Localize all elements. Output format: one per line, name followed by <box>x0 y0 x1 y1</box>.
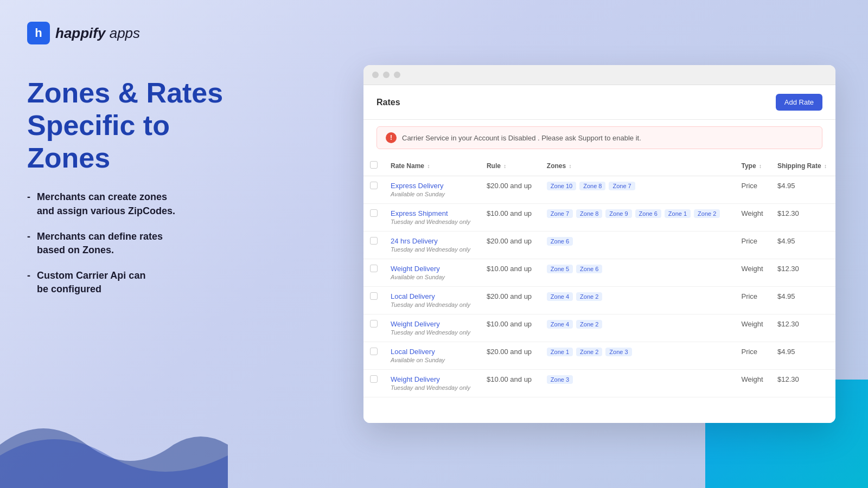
row-checkbox-2[interactable] <box>370 237 378 245</box>
shipping-rate-cell: $12.30 <box>771 204 835 232</box>
zone-badge[interactable]: Zone 6 <box>635 209 661 218</box>
th-checkbox <box>363 156 384 176</box>
zone-badge[interactable]: Zone 2 <box>576 348 602 356</box>
table-row: Local DeliveryAvailable on Sunday$20.00 … <box>363 342 835 370</box>
header-checkbox[interactable] <box>370 161 378 169</box>
row-checkbox-5[interactable] <box>370 320 378 328</box>
alert-icon: ! <box>386 132 397 143</box>
zones-cell: Zone 6 <box>540 232 735 259</box>
rate-name-cell: Local DeliveryAvailable on Sunday <box>384 342 480 370</box>
rule-cell: $10.00 and up <box>480 204 540 232</box>
zone-badge[interactable]: Zone 1 <box>547 348 573 356</box>
zone-badge[interactable]: Zone 2 <box>576 292 602 301</box>
rate-name-cell: Express ShipmentTuesday and Wednesday on… <box>384 204 480 232</box>
zone-badge[interactable]: Zone 2 <box>694 209 720 218</box>
row-checkbox-cell <box>363 176 384 204</box>
row-checkbox-7[interactable] <box>370 375 378 383</box>
sort-icon-name: ↕ <box>427 163 430 169</box>
rate-sub-text: Available on Sunday <box>391 191 445 197</box>
zones-cell: Zone 10Zone 8Zone 7 <box>540 176 735 204</box>
table-row: Weight DeliveryAvailable on Sunday$10.00… <box>363 259 835 287</box>
add-rate-button[interactable]: Add Rate <box>776 94 822 111</box>
feature-list: Merchants can create zonesand assign var… <box>27 190 244 296</box>
sort-icon-rule: ↕ <box>503 163 506 169</box>
type-cell: Price <box>735 342 770 370</box>
row-checkbox-3[interactable] <box>370 265 378 272</box>
shipping-rate-cell: $4.95 <box>771 342 835 370</box>
zone-badge[interactable]: Zone 6 <box>576 265 602 273</box>
page-headline: Zones & Rates Specific to Zones <box>27 77 244 174</box>
shipping-rate-cell: $12.30 <box>771 259 835 287</box>
rate-name-link[interactable]: Local Delivery <box>391 348 474 356</box>
table-row: 24 hrs DeliveryTuesday and Wednesday onl… <box>363 232 835 259</box>
sort-icon-zones: ↕ <box>569 163 572 169</box>
row-checkbox-cell <box>363 314 384 342</box>
zones-cell: Zone 5Zone 6 <box>540 259 735 287</box>
shipping-rate-cell: $12.30 <box>771 314 835 342</box>
row-checkbox-cell <box>363 370 384 397</box>
zone-badge[interactable]: Zone 9 <box>605 209 631 218</box>
rate-name-link[interactable]: Weight Delivery <box>391 265 474 273</box>
zone-badge[interactable]: Zone 7 <box>609 182 635 190</box>
rate-name-link[interactable]: Weight Delivery <box>391 320 474 328</box>
row-checkbox-4[interactable] <box>370 292 378 300</box>
browser-dot-red <box>372 72 379 78</box>
rate-name-link[interactable]: 24 hrs Delivery <box>391 237 474 245</box>
row-checkbox-6[interactable] <box>370 348 378 355</box>
rule-cell: $10.00 and up <box>480 314 540 342</box>
zone-badge[interactable]: Zone 6 <box>547 237 573 246</box>
zone-badge[interactable]: Zone 1 <box>665 209 691 218</box>
logo-icon: h <box>27 22 50 44</box>
zone-badge[interactable]: Zone 10 <box>547 182 576 190</box>
rate-sub-text: Tuesday and Wednesday only <box>391 219 470 225</box>
rate-name-cell: Weight DeliveryTuesday and Wednesday onl… <box>384 370 480 397</box>
zone-badge[interactable]: Zone 7 <box>547 209 573 218</box>
zone-badge[interactable]: Zone 8 <box>579 182 605 190</box>
rate-name-link[interactable]: Express Shipment <box>391 209 474 217</box>
logo-text: happify apps <box>55 25 140 42</box>
browser-dot-green <box>394 72 400 78</box>
bullet-item-1: Merchants can create zonesand assign var… <box>27 190 244 217</box>
th-rate-name: Rate Name ↕ <box>384 156 480 176</box>
rate-name-link[interactable]: Weight Delivery <box>391 375 474 383</box>
table-row: Express ShipmentTuesday and Wednesday on… <box>363 204 835 232</box>
alert-banner: ! Carrier Service in your Account is Dis… <box>376 126 822 149</box>
table-row: Weight DeliveryTuesday and Wednesday onl… <box>363 370 835 397</box>
rate-name-cell: 24 hrs DeliveryTuesday and Wednesday onl… <box>384 232 480 259</box>
bullet-item-2: Merchants can define ratesbased on Zones… <box>27 230 244 257</box>
row-checkbox-0[interactable] <box>370 182 378 189</box>
alert-text: Carrier Service in your Account is Disab… <box>402 134 641 142</box>
rate-sub-text: Tuesday and Wednesday only <box>391 329 470 336</box>
logo-area: h happify apps <box>27 22 244 44</box>
th-zones: Zones ↕ <box>540 156 735 176</box>
row-checkbox-cell <box>363 204 384 232</box>
wave-decoration <box>0 401 228 488</box>
rate-name-link[interactable]: Express Delivery <box>391 182 474 190</box>
zone-badge[interactable]: Zone 3 <box>547 375 573 384</box>
shipping-rate-cell: $4.95 <box>771 176 835 204</box>
rate-sub-text: Available on Sunday <box>391 274 445 280</box>
rate-name-link[interactable]: Local Delivery <box>391 292 474 300</box>
rate-sub-text: Tuesday and Wednesday only <box>391 246 470 253</box>
rule-cell: $10.00 and up <box>480 259 540 287</box>
browser-content: Rates Add Rate ! Carrier Service in your… <box>363 85 835 423</box>
type-cell: Weight <box>735 370 770 397</box>
type-cell: Weight <box>735 204 770 232</box>
zone-badge[interactable]: Zone 3 <box>605 348 631 356</box>
zone-badge[interactable]: Zone 5 <box>547 265 573 273</box>
rates-table: Rate Name ↕ Rule ↕ Zones ↕ Type ↕ Shippi… <box>363 156 835 397</box>
zones-cell: Zone 3 <box>540 370 735 397</box>
zone-badge[interactable]: Zone 4 <box>547 320 573 329</box>
table-row: Express DeliveryAvailable on Sunday$20.0… <box>363 176 835 204</box>
rates-title: Rates <box>376 98 400 107</box>
bullet-item-3: Custom Carrier Api canbe configured <box>27 269 244 296</box>
row-checkbox-1[interactable] <box>370 209 378 217</box>
rates-header: Rates Add Rate <box>363 85 835 120</box>
zone-badge[interactable]: Zone 2 <box>576 320 602 329</box>
zone-badge[interactable]: Zone 8 <box>576 209 602 218</box>
zone-badge[interactable]: Zone 4 <box>547 292 573 301</box>
type-cell: Weight <box>735 314 770 342</box>
row-checkbox-cell <box>363 287 384 314</box>
zones-cell: Zone 4Zone 2 <box>540 314 735 342</box>
rate-sub-text: Tuesday and Wednesday only <box>391 384 470 391</box>
